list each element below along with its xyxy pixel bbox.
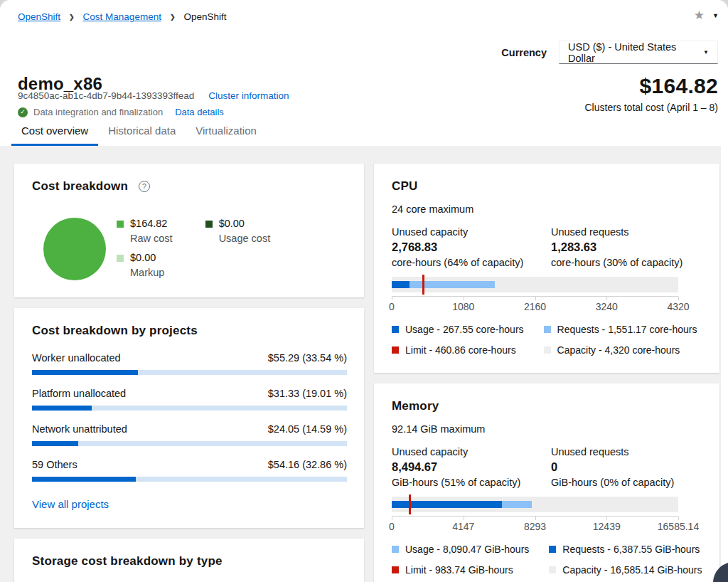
breadcrumb-separator-icon: ❯ [69, 14, 75, 21]
project-name: Platform unallocated [32, 388, 126, 399]
cost-breakdown-title: Cost breakdown ? [32, 179, 347, 194]
tab-historical-data[interactable]: Historical data [98, 120, 186, 146]
card-title-text: Cost breakdown [32, 179, 128, 194]
stat-value: 1,283.63 [551, 240, 702, 254]
legend-swatch [392, 546, 399, 553]
breadcrumb-separator-icon: ❯ [170, 14, 176, 21]
project-cost-value: $55.29 (33.54 %) [268, 352, 347, 364]
memory-stats: Unused capacity8,494.67GiB-hours (51% of… [392, 446, 702, 488]
cluster-id-row: 9c4850ac-ab1c-4db7-9b44-1393393ffead Clu… [18, 90, 289, 101]
legend-column: $0.00Usage cost [205, 218, 271, 244]
left-column: Cost breakdown ? $164.82Raw cost$0.00Mar… [14, 164, 364, 582]
memory-max-line: 92.14 GiB maximum [392, 423, 702, 435]
project-progress-fill [32, 406, 92, 411]
storage-card: Storage cost breakdown by type [14, 539, 364, 582]
currency-selected-value: USD ($) - United States Dollar [568, 41, 703, 64]
project-row-header: Network unattributed$24.05 (14.59 %) [32, 423, 347, 435]
breadcrumb-link[interactable]: Cost Management [83, 11, 161, 22]
cpu-chart-legend: Usage - 267.55 core-hoursRequests - 1,55… [392, 324, 702, 356]
axis-tick-mark [392, 297, 392, 300]
stat-label: Unused requests [551, 446, 702, 457]
project-cost-value: $31.33 (19.01 %) [268, 388, 347, 399]
help-icon[interactable]: ? [139, 181, 150, 192]
axis-tick-mark [678, 517, 679, 520]
cpu-card: CPU 24 core maximum Unused capacity2,768… [374, 164, 719, 373]
stat-block: Unused requests0GiB-hours (0% of capacit… [551, 446, 702, 488]
view-all-projects-link[interactable]: View all projects [32, 498, 109, 510]
currency-label: Currency [501, 47, 547, 58]
scrollbar-track[interactable] [721, 146, 728, 582]
axis-tick-mark [392, 517, 392, 520]
stat-block: Unused requests1,283.63core-hours (30% o… [551, 226, 702, 268]
bullet-capacity-track [392, 277, 678, 292]
stat-value: 8,494.67 [392, 460, 551, 474]
stat-label: Unused capacity [392, 446, 551, 457]
legend-text: Capacity - 4,320 core-hours [557, 344, 680, 356]
legend-swatch [392, 326, 399, 333]
cost-legend-item: $0.00Markup [117, 252, 173, 278]
cluster-information-link[interactable]: Cluster information [208, 90, 289, 101]
chevron-down-icon[interactable]: ▼ [712, 12, 719, 19]
axis-tick-label: 1080 [452, 301, 474, 312]
currency-select[interactable]: USD ($) - United States Dollar ▼ [559, 41, 718, 64]
data-status-row: ✓ Data integration and finalization Data… [18, 107, 224, 117]
project-progress-track [32, 370, 347, 375]
axis-tick-label: 2160 [524, 301, 546, 312]
bullet-axis [392, 296, 678, 300]
memory-card-title: Memory [392, 399, 702, 413]
axis-tick-mark [535, 517, 536, 520]
legend-text: Limit - 460.86 core-hours [405, 344, 516, 356]
project-progress-track [32, 406, 347, 411]
projects-card: Cost breakdown by projects Worker unallo… [14, 308, 364, 528]
legend-label: Usage cost [219, 233, 271, 244]
stat-caption: GiB-hours (0% of capacity) [551, 477, 702, 488]
legend-text: Usage - 267.55 core-hours [405, 324, 524, 335]
page-header: OpenShift❯Cost Management❯OpenShift ★ ▼ … [0, 0, 728, 146]
project-cost-value: $24.05 (14.59 %) [268, 423, 347, 435]
project-progress-fill [32, 370, 138, 375]
cost-legend-item: $0.00Usage cost [205, 218, 271, 244]
legend-text: Capacity - 16,585.14 GiB-hours [562, 564, 702, 576]
bullet-capacity-track [392, 497, 678, 512]
stat-label: Unused capacity [392, 226, 551, 238]
project-row: 59 Others$54.16 (32.86 %) [32, 459, 347, 482]
cpu-bullet-chart: 01080216032404320 [392, 277, 678, 313]
cost-breakdown-body: $164.82Raw cost$0.00Markup $0.00Usage co… [32, 218, 347, 280]
cost-breakdown-legend: $164.82Raw cost$0.00Markup $0.00Usage co… [117, 218, 270, 280]
breadcrumb-link[interactable]: OpenShift [18, 11, 60, 22]
project-row-header: Worker unallocated$55.29 (33.54 %) [32, 352, 347, 364]
chart-legend-item: Capacity - 16,585.14 GiB-hours [549, 564, 702, 576]
data-details-link[interactable]: Data details [175, 107, 224, 117]
legend-swatch [117, 255, 124, 262]
projects-rows: Worker unallocated$55.29 (33.54 %)Platfo… [32, 352, 347, 482]
legend-swatch [544, 326, 551, 333]
axis-tick-label: 4320 [667, 301, 689, 312]
cost-breakdown-card: Cost breakdown ? $164.82Raw cost$0.00Mar… [14, 164, 364, 297]
legend-value: $0.00 [130, 252, 164, 263]
total-cost-block: $164.82 Clusters total cost (April 1 – 8… [584, 74, 718, 113]
legend-column: $164.82Raw cost$0.00Markup [117, 218, 173, 278]
project-cost-value: $54.16 (32.86 %) [268, 459, 347, 470]
main-content: Cost breakdown ? $164.82Raw cost$0.00Mar… [0, 146, 728, 582]
stat-caption: GiB-hours (51% of capacity) [392, 477, 551, 488]
project-progress-track [32, 441, 347, 446]
axis-tick-label: 8293 [524, 521, 546, 532]
tab-cost-overview[interactable]: Cost overview [11, 120, 98, 146]
favorite-star-icon[interactable]: ★ [694, 8, 705, 23]
right-column: CPU 24 core maximum Unused capacity2,768… [374, 164, 719, 582]
memory-bullet-chart: 0414782931243916585.14 [392, 497, 678, 533]
legend-label: Raw cost [130, 233, 173, 244]
project-row-header: Platform unallocated$31.33 (19.01 %) [32, 388, 347, 399]
axis-tick-mark [464, 297, 464, 300]
chart-legend-item: Capacity - 4,320 core-hours [544, 344, 697, 356]
axis-tick-label: 4147 [452, 521, 474, 532]
cpu-card-title: CPU [392, 179, 702, 194]
total-cost-caption: Clusters total cost (April 1 – 8) [584, 102, 718, 113]
legend-text: $0.00Usage cost [219, 218, 271, 244]
axis-tick-label: 0 [389, 301, 395, 312]
cost-management-app: OpenShift❯Cost Management❯OpenShift ★ ▼ … [0, 0, 728, 582]
axis-tick-mark [606, 297, 607, 300]
success-check-icon: ✓ [18, 107, 28, 117]
tab-virtualization[interactable]: Virtualization [186, 120, 267, 146]
stat-block: Unused capacity8,494.67GiB-hours (51% of… [392, 446, 551, 488]
